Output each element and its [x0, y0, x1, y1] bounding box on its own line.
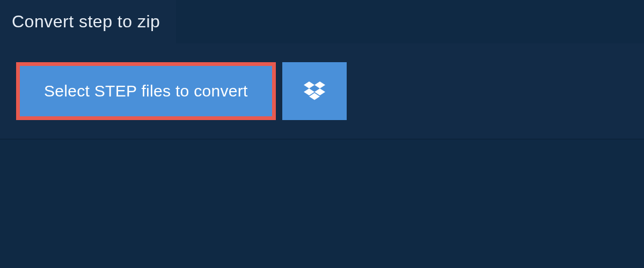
dropbox-icon [304, 81, 325, 101]
content-panel: Select STEP files to convert [0, 43, 644, 139]
button-row: Select STEP files to convert [16, 62, 628, 120]
select-files-label: Select STEP files to convert [44, 82, 248, 100]
tab-convert[interactable]: Convert step to zip [0, 0, 176, 43]
select-files-button[interactable]: Select STEP files to convert [16, 62, 276, 120]
dropbox-button[interactable] [282, 62, 347, 120]
tab-title: Convert step to zip [12, 12, 160, 31]
